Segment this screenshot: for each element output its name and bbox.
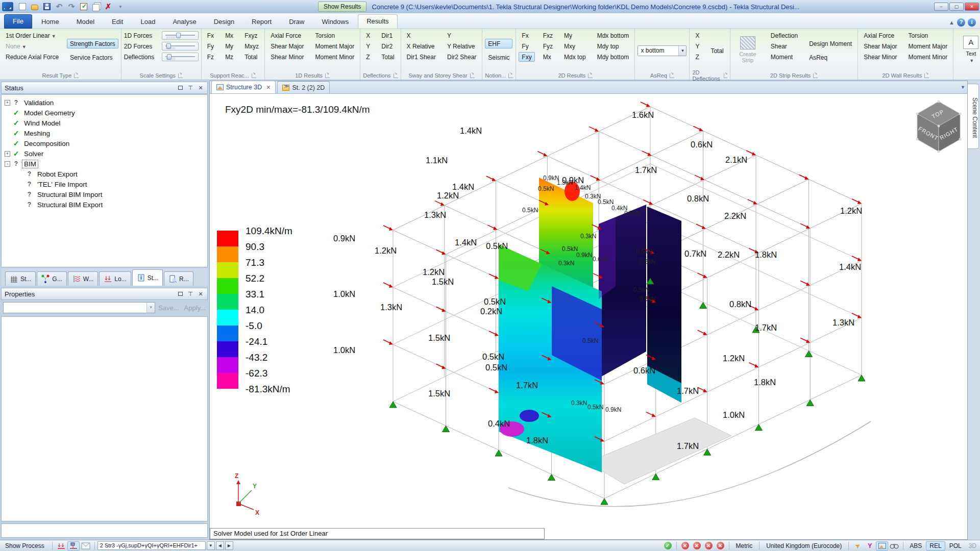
ribbon-button-fxy[interactable]: Fxy [519,52,534,62]
units-indicator[interactable]: Metric [732,542,757,549]
envelope-icon[interactable] [80,541,92,550]
ribbon-button-mdx-bottom[interactable]: Mdx bottom [594,31,632,40]
minimize-button[interactable]: – [934,3,948,11]
panel-tab-st-info[interactable]: iSt... [132,269,163,286]
scene-view-icon[interactable] [876,541,888,550]
tree-item-structural-bim-import[interactable]: ?Structural BIM Import [17,189,205,199]
tree-item-robot-export[interactable]: ?Robot Export [17,169,205,179]
ribbon-button-torsion[interactable]: Torsion [905,31,951,40]
ribbon-button-service-factors[interactable]: Service Factors [67,53,118,62]
slider-1d-forces[interactable]: |||||||| [162,31,199,40]
expand-icon[interactable]: + [5,151,10,157]
ribbon-button-strength-factors[interactable]: Strength Factors [67,39,118,48]
chevron-down-icon[interactable]: ▼ [678,46,686,56]
menu-tab-home[interactable]: Home [33,15,67,29]
menu-tab-results[interactable]: Results [358,14,397,29]
undo-icon[interactable]: ↶ [54,2,65,12]
ribbon-button-x[interactable]: X [692,31,702,40]
toggle-3d[interactable]: 3D [966,542,979,550]
apply-properties-button[interactable]: Apply... [184,304,206,312]
close-panel-icon[interactable]: ✕ [197,291,204,297]
big-button-text[interactable]: AText▼ [956,31,980,68]
ribbon-button-shear[interactable]: Shear [768,41,801,51]
expand-icon[interactable]: + [5,100,10,106]
panel-tab-w-wind[interactable]: W... [68,271,99,286]
pin-panel-icon[interactable]: ⊤ [187,85,194,91]
ribbon-button-axial-force[interactable]: Axial Force [267,31,307,40]
ribbon-button-y[interactable]: Y [363,41,373,51]
dialog-launcher-icon[interactable] [588,73,593,78]
ribbon-button-shear-minor[interactable]: Shear Minor [267,52,307,62]
ribbon-button-fz[interactable]: Fz [204,52,217,62]
prev-case-button[interactable]: ◀ [216,541,224,550]
help-icon[interactable]: ? [957,18,965,27]
ribbon-button-my[interactable]: My [561,31,589,40]
dialog-launcher-icon[interactable] [394,73,398,78]
ribbon-button-mz[interactable]: Mz [222,52,236,62]
view-tab-st-2-2-2d[interactable]: St. 2 (2) 2D [277,81,330,93]
ribbon-button-my[interactable]: My [222,41,236,51]
dialog-launcher-icon[interactable] [325,73,330,78]
ribbon-button-y[interactable]: Y [692,41,702,51]
ribbon-button-fxz[interactable]: Fxz [540,31,556,40]
ribbon-button-torsion[interactable]: Torsion [312,31,358,40]
float-panel-icon[interactable] [177,291,184,297]
ribbon-button-moment-major[interactable]: Moment Major [312,41,358,51]
dialog-launcher-icon[interactable] [813,73,818,78]
dialog-launcher-icon[interactable] [724,73,727,78]
ribbon-button-dir2-shear[interactable]: Dir2 Shear [444,52,479,62]
ribbon-button-mx[interactable]: Mx [222,31,236,40]
dialog-launcher-icon[interactable] [670,73,674,78]
ribbon-combo-x-bottom[interactable]: x bottom▼ [638,45,687,56]
menu-tab-analyse[interactable]: Analyse [164,15,204,29]
dialog-launcher-icon[interactable] [470,73,475,78]
ribbon-button-ehf[interactable]: EHF [485,39,512,48]
region-indicator[interactable]: United Kingdom (Eurocode) [762,542,846,549]
loadcase-combo[interactable]: 2 Str3 -γGj,supD+γQI+γQRI+EHFDir1+ [97,541,206,550]
float-panel-icon[interactable] [177,85,184,91]
dialog-launcher-icon[interactable] [178,73,183,78]
dialog-launcher-icon[interactable] [74,73,79,78]
ribbon-button-seismic[interactable]: Seismic [485,53,512,62]
menu-tab-load[interactable]: Load [132,15,163,29]
ribbon-button-y[interactable]: Y [444,31,479,40]
toggle-rel[interactable]: REL [926,541,945,550]
ribbon-button-mdy-bottom[interactable]: Mdy bottom [594,52,632,62]
tree-item-decomposition[interactable]: ✓Decomposition [4,138,205,148]
close-tab-icon[interactable]: ✕ [266,84,271,91]
copy-icon[interactable] [90,2,102,12]
collapse-ribbon-icon[interactable]: ▲ [949,19,954,26]
ribbon-button-z[interactable]: Z [363,52,373,62]
close-panel-icon[interactable]: ✕ [197,85,204,91]
ribbon-button-deflection[interactable]: Deflection [768,31,801,40]
ribbon-button-total[interactable]: Total [378,52,397,62]
ribbon-button-moment[interactable]: Moment [768,52,801,62]
ribbon-button-moment-minor[interactable]: Moment Minor [905,52,951,62]
show-process-button[interactable]: Show Process [0,542,50,549]
save-properties-button[interactable]: Save... [158,304,179,312]
menu-tab-draw[interactable]: Draw [281,15,312,29]
ribbon-button-moment-major[interactable]: Moment Major [905,41,951,51]
ribbon-button-mdy-top[interactable]: Mdy top [594,41,632,51]
dialog-launcher-icon[interactable] [924,73,929,78]
ribbon-button-dir1-shear[interactable]: Dir1 Shear [404,52,439,62]
open-folder-icon[interactable] [29,2,40,12]
redo-icon[interactable]: ↷ [66,2,77,12]
loadcombination-icon[interactable] [67,541,80,550]
loadcase-icon[interactable] [55,541,67,550]
next-case-button[interactable]: ▶ [225,541,233,550]
ribbon-button-none[interactable]: None▼ [3,41,62,51]
delete-icon[interactable]: ✗ [103,2,114,12]
tree-item-structural-bim-export[interactable]: ?Structural BIM Export [17,199,205,210]
new-file-icon[interactable] [17,2,28,12]
close-button[interactable]: ✕ [965,3,979,11]
show-results-button[interactable]: Show Results [318,2,366,12]
ribbon-button-shear-major[interactable]: Shear Major [267,41,307,51]
menu-tab-windows[interactable]: Windows [313,15,357,29]
menu-tab-design[interactable]: Design [206,15,242,29]
menu-tab-model[interactable]: Model [68,15,103,29]
tree-item-wind-model[interactable]: ✓Wind Model [4,118,205,128]
ribbon-button-total[interactable]: Total [241,52,262,62]
collapse-icon[interactable]: - [5,161,10,167]
slider-2d-forces[interactable]: |||||||| [162,42,199,51]
